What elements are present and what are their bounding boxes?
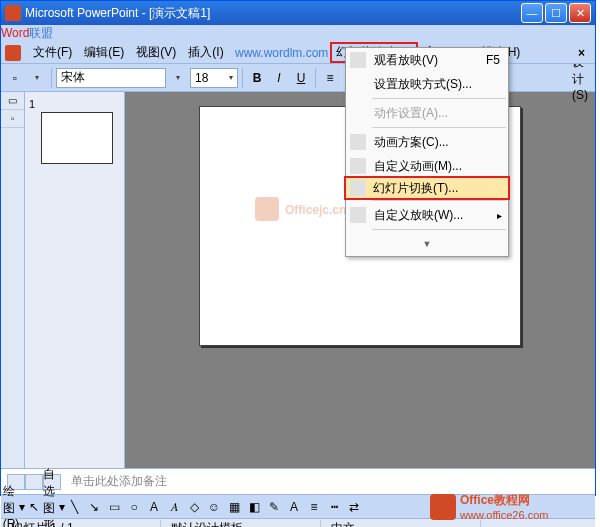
new-button[interactable]: ▫ (5, 68, 25, 88)
fontcolor-button[interactable]: A (285, 498, 303, 516)
window-title: Microsoft PowerPoint - [演示文稿1] (25, 5, 519, 22)
menu-expand[interactable]: ▼ (346, 232, 508, 256)
watermark-url: www.wordlm.com (235, 46, 328, 60)
status-language: 中文 (321, 520, 481, 527)
menu-insert[interactable]: 插入(I) (182, 42, 229, 63)
design-button[interactable]: 设计(S) (571, 68, 591, 88)
menu-anim-schemes[interactable]: 动画方案(C)... (346, 130, 508, 154)
menu-setup-show[interactable]: 设置放映方式(S)... (346, 72, 508, 96)
align-left-button[interactable]: ≡ (320, 68, 340, 88)
slide-thumbnail[interactable] (41, 112, 113, 164)
menu-custom-anim[interactable]: 自定义动画(M)... (346, 154, 508, 178)
menu-slide-transition[interactable]: 幻灯片切换(T)... (344, 176, 510, 200)
italic-button[interactable]: I (269, 68, 289, 88)
autoshape-menu[interactable]: 自选图形(U)▾ (45, 498, 63, 516)
notes-placeholder[interactable]: 单击此处添加备注 (71, 473, 167, 490)
maximize-button[interactable]: ☐ (545, 3, 567, 23)
rect-button[interactable]: ▭ (105, 498, 123, 516)
office-logo-icon (430, 494, 456, 520)
minimize-button[interactable]: — (521, 3, 543, 23)
bold-button[interactable]: B (247, 68, 267, 88)
linestyle-button[interactable]: ≡ (305, 498, 323, 516)
present-icon (350, 52, 366, 68)
slideshow-dropdown: 观看放映(V)F5 设置放映方式(S)... 动作设置(A)... 动画方案(C… (345, 47, 509, 257)
status-slide-indicator: 幻灯片 1 / 1 (1, 520, 161, 527)
font-size-combo[interactable]: 18▾ (190, 68, 238, 88)
menu-edit[interactable]: 编辑(E) (78, 42, 130, 63)
bottom-watermark: Office教程网 www.office26.com (430, 492, 548, 521)
arrowstyle-button[interactable]: ⇄ (345, 498, 363, 516)
sorter-view-button[interactable] (25, 474, 43, 490)
arrow-button[interactable]: ↘ (85, 498, 103, 516)
status-template: 默认设计模板 (161, 520, 321, 527)
menu-view-show[interactable]: 观看放映(V)F5 (346, 48, 508, 72)
wordart-button[interactable]: 𝐴 (165, 498, 183, 516)
custom-anim-icon (350, 158, 366, 174)
pointer-button[interactable]: ↖ (25, 498, 43, 516)
thumb-number: 1 (29, 98, 120, 110)
line-button[interactable]: ╲ (65, 498, 83, 516)
clipart-button[interactable]: ☺ (205, 498, 223, 516)
fillcolor-button[interactable]: ◧ (245, 498, 263, 516)
watermark-top: Word联盟 (1, 25, 595, 42)
menu-action-settings: 动作设置(A)... (346, 101, 508, 125)
menu-file[interactable]: 文件(F) (27, 42, 78, 63)
close-button[interactable]: ✕ (569, 3, 591, 23)
linecolor-button[interactable]: ✎ (265, 498, 283, 516)
outline-tab[interactable]: ▭ (1, 92, 24, 110)
oval-button[interactable]: ○ (125, 498, 143, 516)
close-document-button[interactable]: × (572, 44, 591, 62)
anim-scheme-icon (350, 134, 366, 150)
picture-button[interactable]: ▦ (225, 498, 243, 516)
custom-show-icon (350, 207, 366, 223)
draw-menu[interactable]: 绘图(R)▾ (5, 498, 23, 516)
slide-watermark: Officejc.cn (255, 197, 346, 221)
font-name-combo[interactable]: 宋体 (56, 68, 166, 88)
menu-view[interactable]: 视图(V) (130, 42, 182, 63)
underline-button[interactable]: U (291, 68, 311, 88)
toolbar-dropdown[interactable]: ▾ (27, 68, 47, 88)
doc-icon[interactable] (5, 45, 21, 61)
slides-tab[interactable]: ▫ (1, 110, 24, 128)
diagram-button[interactable]: ◇ (185, 498, 203, 516)
app-icon (5, 5, 21, 21)
thumbnail-pane: 1 (25, 92, 125, 468)
menu-custom-show[interactable]: 自定义放映(W)...▸ (346, 203, 508, 227)
dashstyle-button[interactable]: ┅ (325, 498, 343, 516)
transition-icon (350, 180, 366, 196)
textbox-button[interactable]: A (145, 498, 163, 516)
